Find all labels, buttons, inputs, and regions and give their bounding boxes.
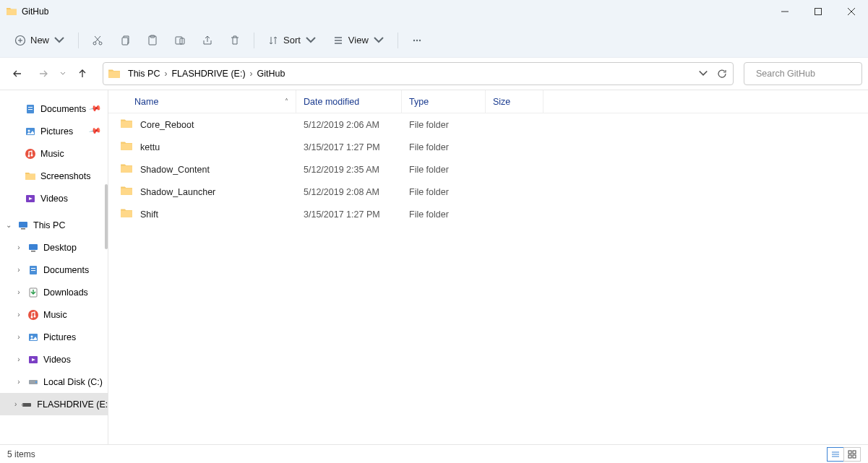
svg-rect-57 <box>853 455 856 458</box>
up-button[interactable] <box>71 62 94 85</box>
cut-button[interactable] <box>85 27 111 53</box>
sidebar-item[interactable]: ›Pictures <box>0 326 108 348</box>
breadcrumb-segment[interactable]: This PC <box>125 69 163 79</box>
chevron-right-icon[interactable]: › <box>14 288 23 296</box>
trash-icon <box>229 35 241 46</box>
details-view-button[interactable] <box>827 447 844 462</box>
svg-line-9 <box>95 36 100 42</box>
chevron-right-icon[interactable]: › <box>14 266 23 274</box>
sidebar-item-label: Documents <box>43 265 89 275</box>
folder-icon <box>120 117 133 132</box>
svg-line-10 <box>95 36 100 42</box>
folder-icon <box>120 162 133 177</box>
sidebar-item[interactable]: ›Videos <box>0 348 108 371</box>
forward-button[interactable] <box>32 62 55 85</box>
sort-button[interactable]: Sort <box>260 27 324 53</box>
column-headers: Name˄ Date modified Type Size <box>108 90 868 113</box>
new-button[interactable]: New <box>7 27 72 53</box>
svg-rect-33 <box>19 222 27 228</box>
column-size[interactable]: Size <box>486 90 543 113</box>
search-input[interactable] <box>756 69 868 79</box>
breadcrumb-segment[interactable]: FLASHDRIVE (E:) <box>168 69 248 79</box>
sidebar-item-label: Music <box>43 310 67 320</box>
svg-rect-49 <box>22 403 31 407</box>
desktop-icon <box>27 242 39 254</box>
sidebar-item[interactable]: Pictures📌 <box>0 120 108 142</box>
sidebar-item-label: Pictures <box>43 332 76 342</box>
back-button[interactable] <box>6 62 29 85</box>
chevron-down-icon[interactable]: ⌄ <box>4 221 13 229</box>
column-type[interactable]: Type <box>402 90 486 113</box>
minimize-button[interactable] <box>768 0 802 23</box>
file-row[interactable]: Shadow_Content5/12/2019 2:35 AMFile fold… <box>108 158 868 181</box>
file-row[interactable]: Core_Reboot5/12/2019 2:06 AMFile folder <box>108 113 868 136</box>
sidebar-item[interactable]: Documents📌 <box>0 98 108 120</box>
recent-button[interactable] <box>58 71 68 77</box>
share-button[interactable] <box>194 27 220 53</box>
sidebar-item[interactable]: Music <box>0 142 108 165</box>
svg-point-8 <box>99 42 102 45</box>
sidebar-item[interactable]: Videos <box>0 187 108 209</box>
chevron-right-icon[interactable]: › <box>14 355 23 363</box>
close-button[interactable] <box>835 0 868 23</box>
file-row[interactable]: kettu3/15/2017 1:27 PMFile folder <box>108 136 868 158</box>
chevron-down-icon <box>305 35 317 46</box>
svg-point-7 <box>93 42 96 45</box>
icons-view-button[interactable] <box>843 447 861 462</box>
file-row[interactable]: Shadow_Launcher5/12/2019 2:08 AMFile fol… <box>108 181 868 203</box>
pin-icon: 📌 <box>89 102 103 116</box>
sidebar-item[interactable]: ›Documents <box>0 259 108 281</box>
paste-button[interactable] <box>139 27 166 53</box>
sidebar-scrollbar[interactable] <box>103 90 108 444</box>
toolbar: New Sort View <box>0 23 868 58</box>
delete-button[interactable] <box>222 27 248 53</box>
file-date: 5/12/2019 2:35 AM <box>296 165 402 175</box>
refresh-icon[interactable] <box>717 69 727 79</box>
column-name[interactable]: Name˄ <box>108 90 296 113</box>
usb-icon <box>21 399 33 410</box>
share-icon <box>202 35 213 46</box>
sidebar-item[interactable]: ›Local Disk (C:) <box>0 371 108 393</box>
pic-icon <box>27 332 39 343</box>
svg-point-30 <box>28 155 30 157</box>
chevron-right-icon[interactable]: › <box>14 378 23 386</box>
svg-point-29 <box>25 149 35 159</box>
sidebar-item[interactable]: ›FLASHDRIVE (E:) <box>0 393 108 415</box>
chevron-right-icon[interactable]: › <box>14 243 23 251</box>
sidebar-this-pc[interactable]: ⌄ This PC <box>0 214 108 236</box>
sidebar-item-label: Screenshots <box>40 171 90 181</box>
svg-rect-54 <box>848 451 851 454</box>
sort-icon <box>267 35 279 46</box>
file-date: 3/15/2017 1:27 PM <box>296 209 402 220</box>
search-box[interactable] <box>744 62 862 85</box>
file-row[interactable]: Shift3/15/2017 1:27 PMFile folder <box>108 203 868 225</box>
sidebar-item[interactable]: ›Desktop <box>0 236 108 259</box>
rename-button[interactable] <box>167 27 193 53</box>
svg-point-28 <box>28 129 30 131</box>
view-button[interactable]: View <box>325 27 392 53</box>
sidebar: Documents📌Pictures📌MusicScreenshotsVideo… <box>0 90 108 444</box>
sidebar-item-label: Local Disk (C:) <box>43 377 103 387</box>
svg-point-42 <box>31 316 33 318</box>
sidebar-item[interactable]: Screenshots <box>0 165 108 187</box>
file-type: File folder <box>402 187 486 197</box>
chevron-down-icon[interactable] <box>698 69 708 79</box>
more-button[interactable] <box>404 27 430 53</box>
pic-icon <box>25 126 36 137</box>
chevron-right-icon[interactable]: › <box>14 400 17 408</box>
chevron-right-icon[interactable]: › <box>14 311 23 319</box>
doc-icon <box>27 264 39 276</box>
svg-rect-55 <box>853 451 856 454</box>
file-date: 5/12/2019 2:08 AM <box>296 187 402 197</box>
copy-button[interactable] <box>112 27 138 53</box>
svg-rect-38 <box>31 268 35 269</box>
maximize-button[interactable] <box>802 0 835 23</box>
breadcrumb-segment[interactable]: GitHub <box>254 69 288 79</box>
sidebar-item[interactable]: ›Downloads <box>0 281 108 303</box>
sidebar-item[interactable]: ›Music <box>0 303 108 326</box>
column-date[interactable]: Date modified <box>296 90 402 113</box>
address-bar[interactable]: This PC › FLASHDRIVE (E:) › GitHub <box>103 62 734 85</box>
svg-point-48 <box>35 381 37 383</box>
chevron-right-icon[interactable]: › <box>14 333 23 341</box>
folder-icon <box>25 170 36 182</box>
